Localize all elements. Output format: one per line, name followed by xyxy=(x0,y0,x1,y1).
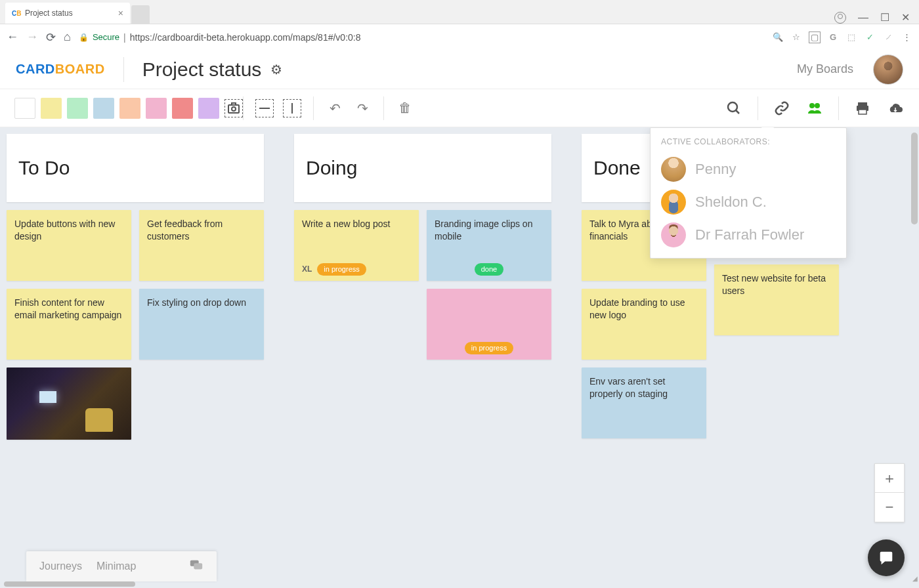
card[interactable]: Update buttons with new design xyxy=(7,210,131,281)
card[interactable]: Env vars aren't set properly on staging xyxy=(582,368,706,438)
secure-label: Secure xyxy=(93,32,119,42)
collaborators-icon[interactable] xyxy=(805,99,824,117)
card-text: Env vars aren't set properly on staging xyxy=(589,375,698,400)
card[interactable]: Test new website for beta users xyxy=(714,264,839,335)
collaborator-row[interactable]: Sheldon C. xyxy=(661,186,836,219)
card-size-badge: XL xyxy=(302,264,312,274)
card[interactable]: Branding image clips on mobiledone xyxy=(427,210,551,281)
user-avatar[interactable] xyxy=(873,54,903,85)
browser-tab[interactable]: CB Project status × xyxy=(5,3,130,24)
card-text: Branding image clips on mobile xyxy=(435,218,544,243)
home-icon[interactable]: ⌂ xyxy=(64,30,71,44)
link-icon[interactable] xyxy=(773,99,791,117)
chat-icon[interactable] xyxy=(189,558,203,576)
minimize-icon[interactable]: — xyxy=(858,12,868,24)
back-icon[interactable]: ← xyxy=(7,30,18,44)
color-swatch-yellow[interactable] xyxy=(41,98,62,119)
svg-point-7 xyxy=(809,103,815,108)
ext-icon-3[interactable]: ⬚ xyxy=(845,32,857,43)
column: Get feedback from customersFix styling o… xyxy=(139,210,264,440)
column-header[interactable]: To Do xyxy=(7,134,264,202)
new-tab-button[interactable] xyxy=(131,5,150,24)
redo-icon[interactable]: ↷ xyxy=(353,99,372,117)
color-swatch-purple[interactable] xyxy=(198,98,219,119)
app-header: CARDBOARD Project status ⚙ My Boards xyxy=(0,50,919,89)
intercom-launcher[interactable] xyxy=(868,539,905,576)
window-controls: — ☐ ✕ xyxy=(834,11,919,24)
my-boards-link[interactable]: My Boards xyxy=(797,62,853,76)
resize-grip[interactable]: ◢ xyxy=(908,578,918,587)
star-icon[interactable]: ☆ xyxy=(790,32,802,43)
lock-icon: 🔒 xyxy=(79,33,89,42)
column-title: To Do xyxy=(18,157,70,179)
card-text: Test new website for beta users xyxy=(722,272,831,297)
column: Branding image clips on mobiledonein pro… xyxy=(427,210,551,360)
browser-chrome: CB Project status × — ☐ ✕ ← → ⟳ ⌂ 🔒 Secu… xyxy=(0,0,919,50)
card-text: Write a new blog post xyxy=(302,218,411,230)
card[interactable]: Finish content for new email marketing c… xyxy=(7,289,131,360)
column-header[interactable]: Doing xyxy=(294,134,551,202)
horizontal-scrollbar[interactable] xyxy=(4,581,135,587)
card[interactable]: Fix styling on drop down xyxy=(139,289,264,360)
svg-rect-13 xyxy=(194,563,202,569)
color-swatch-red[interactable] xyxy=(172,98,193,119)
chrome-profile-icon[interactable] xyxy=(834,12,846,24)
column-title: Done xyxy=(593,157,641,179)
insert-column-icon[interactable] xyxy=(283,99,301,117)
ext-icon-2[interactable]: G xyxy=(827,32,839,43)
card-text: Finish content for new email marketing c… xyxy=(14,297,123,322)
ext-icon-4[interactable]: ✓ xyxy=(864,32,876,43)
card[interactable]: Update branding to use new logo xyxy=(582,289,706,360)
minimap-tab[interactable]: Minimap xyxy=(96,560,136,572)
zoom-out-button[interactable]: − xyxy=(875,493,904,522)
collaborator-row[interactable]: Penny xyxy=(661,153,836,186)
card-text: Get feedback from customers xyxy=(147,218,256,243)
card[interactable]: Write a new blog postXLin progress xyxy=(294,210,419,281)
logo[interactable]: CARDBOARD xyxy=(16,62,105,77)
search-icon[interactable] xyxy=(725,99,743,117)
ext-icon-5[interactable]: ⟋ xyxy=(882,32,894,43)
zoom-in-button[interactable]: ＋ xyxy=(875,464,904,493)
svg-rect-11 xyxy=(859,110,866,114)
close-window-icon[interactable]: ✕ xyxy=(901,11,910,24)
print-icon[interactable] xyxy=(853,99,872,117)
address-bar[interactable]: 🔒 Secure | https://cardboardit-beta.hero… xyxy=(79,32,361,43)
chrome-menu-icon[interactable]: ⋮ xyxy=(901,32,912,43)
collaborator-row[interactable]: Dr Farrah Fowler xyxy=(661,219,836,251)
gear-icon[interactable]: ⚙ xyxy=(270,62,282,77)
collaborators-popover: ACTIVE COLLABORATORS: PennySheldon C.Dr … xyxy=(650,127,847,259)
camera-icon[interactable] xyxy=(224,99,243,117)
reload-icon[interactable]: ⟳ xyxy=(46,30,56,45)
svg-line-6 xyxy=(736,110,739,114)
tab-close-icon[interactable]: × xyxy=(118,8,123,18)
color-swatch-blue[interactable] xyxy=(93,98,114,119)
insert-row-icon[interactable] xyxy=(255,99,274,117)
vertical-scrollbar[interactable] xyxy=(911,133,918,224)
zoom-icon[interactable]: 🔍 xyxy=(772,32,784,43)
card[interactable]: Get feedback from customers xyxy=(139,210,264,281)
download-icon[interactable] xyxy=(886,99,905,117)
svg-rect-2 xyxy=(232,103,236,105)
board-title[interactable]: Project status xyxy=(142,58,262,81)
color-swatch-green[interactable] xyxy=(67,98,88,119)
card[interactable]: in progress xyxy=(427,289,551,360)
color-swatch-orange[interactable] xyxy=(119,98,140,119)
svg-rect-0 xyxy=(228,105,239,113)
svg-rect-9 xyxy=(858,102,867,106)
color-swatch-pink[interactable] xyxy=(146,98,167,119)
ext-icon-1[interactable]: ▢ xyxy=(809,32,821,43)
popover-title: ACTIVE COLLABORATORS: xyxy=(661,137,836,146)
card-text: Fix styling on drop down xyxy=(147,297,256,309)
collaborator-name: Penny xyxy=(695,161,736,178)
trash-icon[interactable]: 🗑 xyxy=(396,99,414,117)
svg-point-1 xyxy=(232,107,236,111)
card-text: Update branding to use new logo xyxy=(589,297,698,322)
collaborator-avatar xyxy=(661,222,686,247)
color-swatch-white[interactable] xyxy=(14,98,35,119)
maximize-icon[interactable]: ☐ xyxy=(880,11,889,24)
image-card[interactable] xyxy=(7,368,131,440)
column: Update buttons with new designFinish con… xyxy=(7,210,131,440)
journeys-tab[interactable]: Journeys xyxy=(39,560,82,572)
collaborator-avatar xyxy=(661,190,686,215)
undo-icon[interactable]: ↶ xyxy=(326,99,344,117)
